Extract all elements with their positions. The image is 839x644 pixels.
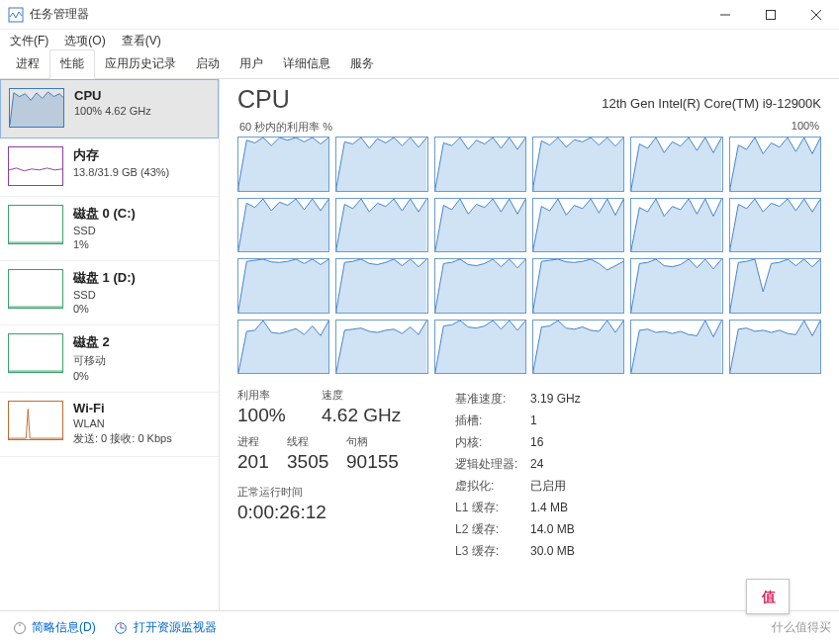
processor-name: 12th Gen Intel(R) Core(TM) i9-12900K — [602, 96, 821, 111]
sidebar-item-d0[interactable]: 磁盘 0 (C:)SSD1% — [0, 197, 219, 261]
thumb-cpu — [9, 88, 64, 128]
detail-row-6: L2 缓存:14.0 MB — [455, 518, 581, 540]
detail-row-7: L3 缓存:30.0 MB — [455, 540, 581, 562]
detail-val: 已启用 — [530, 475, 566, 497]
detail-key: 基准速度: — [455, 388, 524, 410]
sidebar-item-wifi[interactable]: Wi-FiWLAN发送: 0 接收: 0 Kbps — [0, 393, 219, 457]
tab-5[interactable]: 详细信息 — [273, 50, 340, 78]
detail-val: 1 — [530, 410, 537, 431]
tab-6[interactable]: 服务 — [340, 50, 384, 78]
close-button[interactable] — [793, 0, 839, 30]
thumb-d2 — [8, 333, 63, 373]
sidebar: CPU100% 4.62 GHz内存13.8/31.9 GB (43%)磁盘 0… — [0, 79, 220, 610]
menu-file[interactable]: 文件(F) — [10, 33, 48, 49]
detail-row-0: 基准速度:3.19 GHz — [455, 388, 581, 410]
tab-4[interactable]: 用户 — [230, 50, 273, 78]
chevron-up-icon: ˄ — [14, 622, 26, 634]
minimize-button[interactable] — [702, 0, 748, 30]
sidebar-sub: SSD — [73, 225, 136, 236]
speed-label: 速度 — [322, 388, 420, 403]
detail-val: 30.0 MB — [530, 540, 575, 562]
proc-label: 进程 — [237, 434, 287, 449]
graph-label-left: 60 秒内的利用率 % — [239, 120, 332, 135]
detail-row-4: 虚拟化:已启用 — [455, 475, 581, 497]
sidebar-sub: 可移动 — [73, 353, 110, 368]
detail-val: 1.4 MB — [530, 497, 568, 518]
detail-column: 基准速度:3.19 GHz插槽:1内核:16逻辑处理器:24虚拟化:已启用L1 … — [455, 388, 581, 562]
sidebar-title: CPU — [74, 88, 151, 103]
detail-key: 插槽: — [455, 410, 524, 431]
speed-value: 4.62 GHz — [322, 405, 420, 426]
core-14 — [434, 258, 526, 314]
hnd-label: 句柄 — [346, 434, 416, 449]
sidebar-sub2: 0% — [73, 303, 136, 315]
sidebar-item-cpu[interactable]: CPU100% 4.62 GHz — [0, 79, 219, 138]
core-7 — [335, 198, 427, 253]
sidebar-sub: WLAN — [73, 417, 172, 429]
menu-options[interactable]: 选项(O) — [64, 33, 105, 49]
sidebar-title: 内存 — [73, 146, 169, 164]
core-3 — [532, 137, 624, 192]
footer: ˄简略信息(D) 打开资源监视器 — [0, 610, 839, 644]
proc-value: 201 — [237, 451, 287, 473]
core-21 — [532, 320, 624, 375]
sidebar-title: 磁盘 1 (D:) — [73, 269, 136, 287]
detail-row-3: 逻辑处理器:24 — [455, 453, 581, 475]
detail-key: L2 缓存: — [455, 518, 524, 540]
thr-value: 3505 — [287, 451, 346, 473]
core-8 — [434, 198, 526, 253]
thr-label: 线程 — [287, 434, 346, 449]
menu-view[interactable]: 查看(V) — [122, 33, 161, 49]
core-2 — [434, 137, 526, 192]
thumb-d0 — [8, 205, 63, 244]
sidebar-title: Wi-Fi — [73, 401, 172, 415]
graph-label-right: 100% — [792, 120, 819, 135]
util-label: 利用率 — [237, 388, 322, 403]
sidebar-sub2: 0% — [73, 370, 110, 382]
detail-key: 内核: — [455, 431, 524, 453]
menu-bar: 文件(F) 选项(O) 查看(V) — [0, 30, 839, 51]
core-19 — [335, 320, 427, 375]
hnd-value: 90155 — [346, 451, 416, 473]
maximize-button[interactable] — [748, 0, 793, 30]
core-4 — [630, 137, 722, 192]
sidebar-sub2: 发送: 0 接收: 0 Kbps — [73, 431, 172, 446]
tab-3[interactable]: 启动 — [186, 50, 230, 78]
detail-key: 虚拟化: — [455, 475, 524, 497]
window-title: 任务管理器 — [30, 6, 702, 23]
core-9 — [532, 198, 624, 253]
detail-key: 逻辑处理器: — [455, 453, 524, 475]
core-grid[interactable] — [237, 137, 821, 374]
detail-row-2: 内核:16 — [455, 431, 581, 453]
sidebar-item-mem[interactable]: 内存13.8/31.9 GB (43%) — [0, 138, 219, 197]
detail-row-5: L1 缓存:1.4 MB — [455, 497, 581, 518]
cpu-heading: CPU — [237, 85, 290, 114]
core-22 — [630, 320, 722, 375]
core-11 — [729, 198, 821, 253]
main-panel: CPU 12th Gen Intel(R) Core(TM) i9-12900K… — [220, 79, 839, 610]
thumb-d1 — [8, 269, 63, 309]
core-0 — [237, 137, 329, 192]
sidebar-sub: 13.8/31.9 GB (43%) — [73, 166, 169, 178]
util-value: 100% — [237, 405, 322, 426]
thumb-mem — [8, 146, 63, 186]
detail-key: L1 缓存: — [455, 497, 524, 518]
sidebar-title: 磁盘 0 (C:) — [73, 205, 136, 223]
resource-monitor-icon — [114, 621, 128, 635]
detail-val: 16 — [530, 431, 543, 453]
detail-key: L3 缓存: — [455, 540, 524, 562]
sidebar-item-d1[interactable]: 磁盘 1 (D:)SSD0% — [0, 261, 219, 325]
core-16 — [630, 258, 722, 314]
fewer-details-link[interactable]: ˄简略信息(D) — [14, 619, 96, 636]
sidebar-item-d2[interactable]: 磁盘 2可移动0% — [0, 325, 219, 393]
core-20 — [434, 320, 526, 375]
sidebar-sub2: 1% — [73, 238, 136, 250]
resource-monitor-link[interactable]: 打开资源监视器 — [114, 619, 217, 636]
title-bar: 任务管理器 — [0, 0, 839, 30]
core-17 — [729, 258, 821, 314]
tab-2[interactable]: 应用历史记录 — [95, 50, 186, 78]
detail-val: 24 — [530, 453, 543, 475]
tab-0[interactable]: 进程 — [6, 50, 49, 78]
detail-val: 3.19 GHz — [530, 388, 581, 410]
tab-1[interactable]: 性能 — [49, 49, 95, 79]
